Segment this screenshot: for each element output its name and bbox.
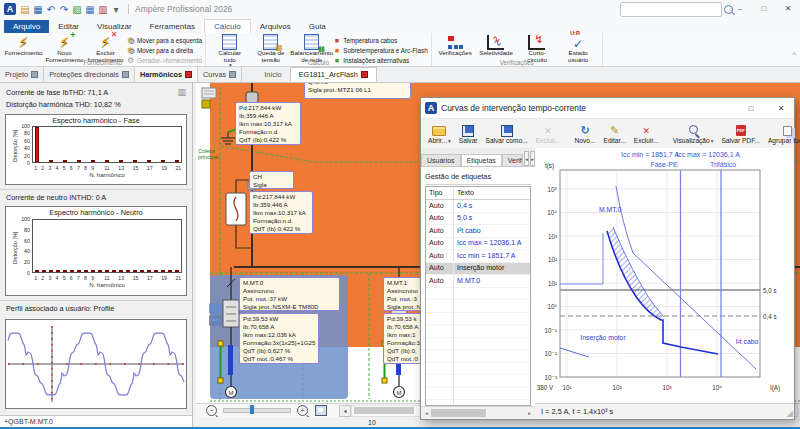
mover-para-a-esquerda-button[interactable]: Mover para a esquerda [126,36,202,45]
document-tab-eg1811_arcflash[interactable]: EG1811_ArcFlash [290,67,377,82]
table-empty-row[interactable] [426,313,530,326]
panel-tab-icon[interactable] [185,71,192,78]
salvar-button[interactable]: Salvar [455,123,482,145]
table-empty-row[interactable] [426,325,530,338]
dialog-tab-verificaçõ[interactable]: Verificaçõ [502,154,523,166]
fit-page-icon[interactable] [315,405,327,416]
table-row[interactable]: AutoInserção motor [426,263,530,276]
dialog-maximize-button[interactable]: □ [738,99,764,118]
resize-grip[interactable]: ◢ [787,409,793,418]
close-button[interactable]: ✕ [776,0,800,16]
novo-button[interactable]: Novo... [571,123,600,145]
editar-button[interactable]: Editar... [600,123,630,145]
tabs-scroll-left-icon[interactable]: ◂ [524,151,529,166]
qat-dropdown-icon[interactable]: ▾ [110,3,122,15]
app-window: A ▤▦↶↷▧▦▥▾ Ampère Profissional 2026 – □ … [0,0,800,429]
excluir-button[interactable]: Excluir... [630,123,663,145]
fuse-switch-symbol[interactable] [226,193,246,225]
mmt0-info-box[interactable]: Pd:39,53 kWIb:70,658 AIkm max:12,036 kAF… [239,313,319,364]
abrir-button[interactable]: Abrir...▾ [424,123,455,145]
panel-tab-icon[interactable] [229,71,236,78]
cable-node[interactable] [218,341,223,346]
ch-label-box[interactable]: CHSigla prot.:n.d. [249,171,294,189]
scroll-left-arrow[interactable]: ◂ [422,409,431,418]
menu-tab-arquivo[interactable]: Arquivo [4,20,49,33]
tcc-dialog[interactable]: A Curvas de intervenção tempo-corrente □… [420,97,795,420]
seletividade-button[interactable]: Seletividade [476,34,517,57]
maximize-button[interactable]: □ [752,0,776,16]
document-tab-início[interactable]: Início [256,67,289,82]
panel-tab-harmônicos[interactable]: Harmônicos [135,67,198,82]
menu-tab-cálculo[interactable]: Cálculo [204,19,251,33]
q-breaker-label-box[interactable]: Q.MT.0Sigla prot.:MTZ1 06 L1 [304,83,411,99]
ch-info-box[interactable]: Pd:217,844 kWIb:359,446 AIkm max:10,317 … [249,191,313,234]
menu-tab-ferramentas[interactable]: Ferramentas [141,20,204,33]
chart-menu-icon[interactable]: ▥ [177,87,186,97]
labels-table[interactable]: TipoTextoAuto0,4 sAuto5,0 sAutoI²t caboA… [425,186,531,406]
minimize-button[interactable]: – [728,0,752,16]
panel-tab-proteções-direcionais[interactable]: Proteções direcionais [44,67,135,82]
cable-segment[interactable] [228,345,233,375]
menu-tab-arquivos[interactable]: Arquivos [251,20,300,33]
zoom-slider-thumb[interactable] [250,405,254,414]
scroll-left-arrow[interactable]: ◂ [339,405,351,417]
visualização-button[interactable]: Visualização▾ [669,123,718,145]
mmt0-label-box[interactable]: M.MT.0AssíncronoPot. mot.:37 kWSigla pro… [239,277,340,311]
panel-tab-curvas[interactable]: Curvas [198,67,242,82]
panel-tab-icon[interactable] [31,71,38,78]
zoom-slider[interactable] [223,408,291,413]
scrollbar-thumb[interactable] [354,407,414,414]
search-box[interactable] [620,2,722,17]
q-info-box[interactable]: Pd:217,844 kWIb:359,446 AIkm max:10,317 … [235,102,301,145]
table-scrollbar[interactable]: ◂ ▸ [421,406,535,419]
scrollbar-thumb[interactable] [431,409,486,417]
table-row[interactable]: AutoI²t cabo [426,225,530,238]
dialog-title-bar[interactable]: A Curvas de intervenção tempo-corrente □… [421,98,794,119]
dialog-close-button[interactable]: ✕ [768,99,794,118]
table-empty-row[interactable] [426,363,530,376]
cable-node[interactable] [218,378,223,383]
table-row[interactable]: AutoIcc max = 12036,1 A [426,238,530,251]
table-empty-row[interactable] [426,288,530,301]
table-row[interactable]: Auto0,4 s [426,200,530,213]
dropdown-caret-icon[interactable]: ▾ [711,138,714,144]
dropdown-caret-icon[interactable]: ▾ [448,138,451,144]
sobretemperatura-e-arc-flash-button[interactable]: Sobretemperatura e Arc-Flash [332,46,427,55]
grid-icon[interactable]: ▦ [84,3,96,15]
table-empty-row[interactable] [426,338,530,351]
search-input[interactable] [621,5,724,15]
menu-tab-guia[interactable]: Guia [300,20,335,33]
close-tab-icon[interactable] [361,71,368,78]
table-empty-row[interactable] [426,375,530,388]
paste-icon[interactable]: ▧ [71,3,83,15]
panel-tab-projeto[interactable]: Projeto [0,67,44,82]
table-row[interactable]: AutoIcc min = 1851,7 A [426,250,530,263]
scroll-right-arrow[interactable]: ▸ [525,409,534,418]
tcc-chart[interactable]: Icc min = 1851,7 A Fase-PE Icc max = 120… [535,148,794,405]
agrupar-tudo-button[interactable]: Agrupar tudo [764,123,800,145]
redo-icon[interactable]: ↷ [58,3,70,15]
dialog-tab-usuários[interactable]: Usuários [421,154,461,166]
temperatura-cabos-button[interactable]: Temperatura cabos [332,36,427,45]
panel-tab-icon[interactable] [122,71,129,78]
zoom-out-icon[interactable]: − [206,405,217,416]
table-empty-row[interactable] [426,300,530,313]
table-row[interactable]: AutoM.MT.0 [426,275,530,288]
salvar-como-button[interactable]: Salvar como... [482,123,532,145]
dialog-tab-etiquetas[interactable]: Etiquetas [461,154,502,166]
salvar-pdf-button[interactable]: Salvar PDF... [717,123,763,145]
fornecimento-button[interactable]: Fornecimento [3,34,44,57]
table-row[interactable]: Auto5,0 s [426,213,530,226]
undo-icon[interactable]: ↶ [45,3,57,15]
mover-para-a-direita-button[interactable]: Mover para a direita [126,46,202,55]
save-icon[interactable]: ▦ [32,3,44,15]
excluir-button[interactable]: Excluir... [532,123,565,145]
open-icon[interactable]: ▤ [19,3,31,15]
menu-tab-editar[interactable]: Editar [49,20,88,33]
verificações-button[interactable]: Verificações [435,34,476,57]
table-empty-row[interactable] [426,350,530,363]
export-icon[interactable]: ▥ [97,3,109,15]
zoom-in-icon[interactable]: + [297,405,308,416]
table-empty-row[interactable] [426,388,530,401]
cable-node[interactable] [382,378,387,383]
